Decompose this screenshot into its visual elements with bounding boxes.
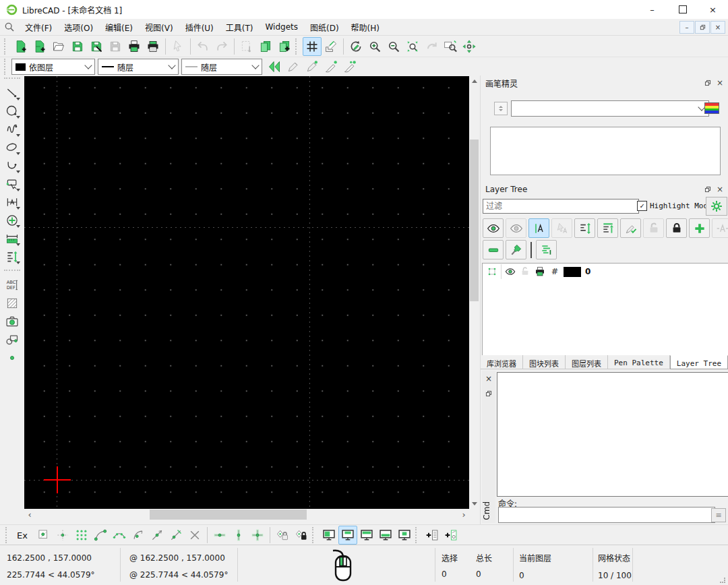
lock-all-layers-button[interactable] — [666, 218, 687, 238]
toolbar-drag-handle[interactable] — [5, 527, 9, 543]
lock-relative-zero-button[interactable] — [273, 526, 292, 545]
menu-item-help[interactable]: 帮助(H) — [345, 19, 386, 36]
draft-view-2-button[interactable] — [338, 526, 357, 545]
draft-view-4-button[interactable] — [376, 526, 395, 545]
hatch-tool-button[interactable] — [3, 294, 22, 312]
layer-lock-toggle[interactable] — [519, 266, 531, 278]
vertical-scrollbar-thumb[interactable] — [470, 140, 479, 301]
dimension-leader-tool-button[interactable] — [3, 193, 22, 211]
save-button[interactable] — [68, 37, 87, 56]
line-tool-button[interactable] — [3, 84, 22, 102]
menu-item-widgets[interactable]: Widgets — [259, 20, 304, 34]
paste-button[interactable] — [275, 37, 294, 56]
menu-item-drawings[interactable]: 图纸(D) — [304, 19, 345, 36]
layer-construction-toggle[interactable]: # — [549, 266, 561, 278]
menu-item-edit[interactable]: 编辑(E) — [99, 19, 139, 36]
remove-layer-button[interactable] — [483, 240, 504, 259]
pen-wizard-color-button[interactable] — [704, 102, 719, 114]
zoom-pan-button[interactable] — [460, 37, 479, 56]
layer-tree-float-button[interactable] — [702, 184, 714, 195]
snap-middle-button[interactable] — [148, 526, 166, 545]
text-tool-button[interactable] — [3, 276, 22, 294]
spline-tool-button[interactable] — [3, 120, 22, 138]
draft-mode-button[interactable] — [322, 37, 340, 56]
toolbar-drag-handle[interactable] — [4, 59, 8, 75]
draft-view-1-button[interactable] — [320, 526, 338, 545]
sort-layers-button[interactable] — [574, 218, 595, 238]
pen-wizard-list[interactable] — [490, 127, 721, 175]
restrict-horizontal-button[interactable] — [210, 526, 229, 545]
layer-print-toggle[interactable] — [534, 266, 546, 278]
edit-layer-button[interactable] — [506, 240, 526, 259]
layer-color-swatch[interactable] — [564, 267, 581, 277]
scroll-right-button[interactable]: › — [458, 509, 469, 520]
pick-pen-button[interactable] — [284, 57, 303, 76]
highlight-layer-button[interactable] — [528, 218, 549, 238]
snap-endpoint-button[interactable] — [91, 526, 110, 545]
print-preview-button[interactable] — [144, 37, 162, 56]
mdi-close-button[interactable]: × — [710, 21, 725, 34]
command-options-button[interactable]: ≡ — [711, 508, 726, 522]
maximize-button[interactable] — [667, 0, 698, 19]
layer-row[interactable]: # 0 — [483, 264, 728, 280]
block-tool-button[interactable] — [3, 330, 22, 348]
toolbar-drag-handle[interactable] — [415, 527, 419, 543]
copy-button[interactable] — [256, 37, 275, 56]
command-history[interactable] — [497, 372, 728, 497]
minimize-button[interactable]: – — [637, 0, 667, 19]
color-select[interactable]: 依图层 — [11, 59, 95, 75]
apply-pen-attributes-button[interactable] — [340, 57, 359, 76]
command-float-button[interactable] — [482, 388, 495, 399]
menu-item-options[interactable]: 选项(O) — [58, 19, 99, 36]
match-layer-pen-button[interactable] — [620, 218, 641, 238]
snap-center-button[interactable] — [129, 526, 148, 545]
mdi-minimize-button[interactable]: – — [679, 21, 694, 34]
snap-intersection-button[interactable] — [185, 526, 204, 545]
toolbar-drag-handle[interactable] — [312, 527, 316, 543]
line-width-select[interactable]: 随层 — [98, 59, 179, 75]
pen-wizard-combobox[interactable] — [511, 100, 709, 117]
command-close-button[interactable]: × — [482, 373, 495, 384]
scroll-up-button[interactable] — [469, 76, 479, 86]
toolbar-drag-handle[interactable] — [4, 38, 8, 55]
snap-distance-button[interactable] — [166, 526, 185, 545]
highlight-mode-checkbox[interactable]: ✓ Highlight Mode — [637, 201, 712, 211]
toolbar-drag-handle[interactable] — [295, 38, 299, 55]
new-from-template-button[interactable] — [30, 37, 49, 56]
copy-pen-button[interactable] — [322, 57, 340, 76]
layer-filter-input[interactable] — [483, 199, 639, 214]
add-pen-palette-button[interactable] — [442, 526, 460, 545]
close-button[interactable]: × — [698, 0, 728, 19]
resize-grip-icon[interactable] — [719, 577, 726, 584]
layer-tree-header[interactable]: Layer Tree × — [481, 182, 728, 197]
drawing-canvas[interactable] — [24, 76, 469, 509]
save-as-button[interactable] — [87, 37, 106, 56]
dimension-tool-button[interactable] — [3, 229, 22, 247]
expand-layer-list-button[interactable] — [536, 240, 557, 259]
line-type-select[interactable]: 随层 — [181, 59, 262, 75]
grid-toggle-button[interactable] — [303, 37, 322, 56]
print-button[interactable] — [125, 37, 144, 56]
set-relative-zero-button[interactable] — [292, 526, 311, 545]
scroll-left-button[interactable]: ‹ — [24, 509, 35, 520]
dock-tab-layer-tree[interactable]: Layer Tree — [670, 355, 728, 369]
auto-zoom-button[interactable] — [403, 37, 422, 56]
back-button[interactable] — [265, 57, 284, 76]
polyline-tool-button[interactable] — [3, 156, 22, 175]
snap-free-button[interactable] — [34, 526, 53, 545]
command-input[interactable] — [498, 507, 715, 523]
mdi-restore-button[interactable] — [695, 21, 710, 34]
snap-entity-button[interactable] — [110, 526, 129, 545]
modify-tool-button[interactable] — [3, 211, 22, 229]
snap-on-entity-button[interactable] — [72, 526, 91, 545]
order-tool-button[interactable] — [3, 247, 22, 266]
dock-tab-block-list[interactable]: 图块列表 — [523, 355, 566, 369]
show-all-layers-button[interactable] — [483, 218, 504, 238]
draft-view-3-button[interactable] — [357, 526, 376, 545]
point-tool-button[interactable] — [3, 348, 22, 367]
pen-wizard-header[interactable]: 画笔精灵 × — [481, 75, 728, 90]
apply-pen-button[interactable] — [303, 57, 322, 76]
toolbar-drag-handle[interactable] — [4, 78, 20, 82]
layer-list[interactable]: # 0 — [482, 263, 728, 356]
draft-view-5-button[interactable] — [395, 526, 414, 545]
